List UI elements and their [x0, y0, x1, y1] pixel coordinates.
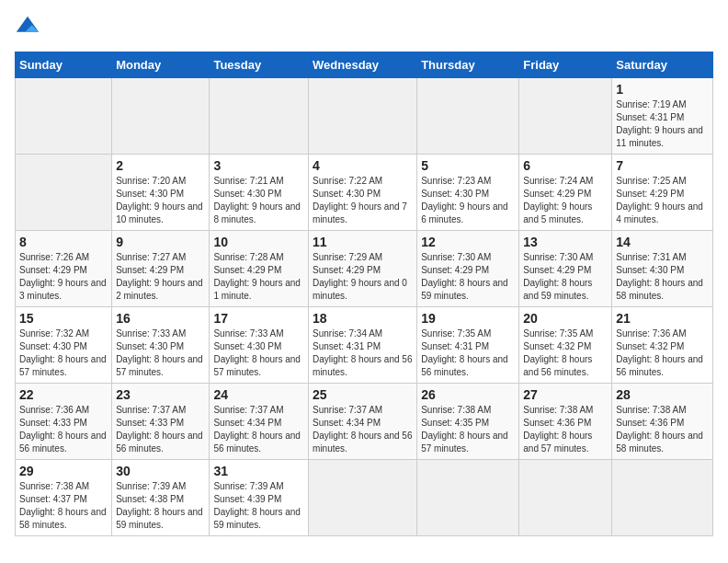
- logo-icon: [15, 15, 40, 40]
- day-number: 30: [116, 464, 205, 478]
- day-number: 22: [19, 387, 108, 402]
- day-info: Sunrise: 7:26 AMSunset: 4:29 PMDaylight:…: [19, 251, 108, 303]
- day-number: 25: [313, 387, 413, 402]
- day-number: 24: [213, 387, 304, 402]
- day-number: 5: [421, 158, 515, 173]
- calendar-week-row: 22Sunrise: 7:36 AMSunset: 4:33 PMDayligh…: [16, 384, 713, 460]
- day-info: Sunrise: 7:36 AMSunset: 4:33 PMDaylight:…: [19, 404, 108, 455]
- day-number: 3: [213, 158, 304, 173]
- page-header: [15, 15, 713, 40]
- day-info: Sunrise: 7:36 AMSunset: 4:32 PMDaylight:…: [616, 327, 709, 379]
- calendar-day-cell: 2Sunrise: 7:20 AMSunset: 4:30 PMDaylight…: [112, 155, 210, 231]
- day-info: Sunrise: 7:20 AMSunset: 4:30 PMDaylight:…: [116, 175, 205, 226]
- day-info: Sunrise: 7:35 AMSunset: 4:32 PMDaylight:…: [523, 327, 608, 379]
- calendar-day-cell: 17Sunrise: 7:33 AMSunset: 4:30 PMDayligh…: [210, 307, 309, 384]
- calendar-day-cell: [16, 155, 112, 231]
- calendar-day-cell: 5Sunrise: 7:23 AMSunset: 4:30 PMDaylight…: [417, 155, 519, 231]
- calendar-day-cell: 3Sunrise: 7:21 AMSunset: 4:30 PMDaylight…: [210, 155, 309, 231]
- calendar-day-cell: 16Sunrise: 7:33 AMSunset: 4:30 PMDayligh…: [112, 307, 210, 384]
- day-info: Sunrise: 7:23 AMSunset: 4:30 PMDaylight:…: [421, 175, 515, 226]
- calendar-week-row: 29Sunrise: 7:38 AMSunset: 4:37 PMDayligh…: [16, 460, 713, 536]
- day-info: Sunrise: 7:38 AMSunset: 4:35 PMDaylight:…: [421, 404, 515, 455]
- calendar-week-row: 8Sunrise: 7:26 AMSunset: 4:29 PMDaylight…: [16, 231, 713, 307]
- calendar-day-cell: 25Sunrise: 7:37 AMSunset: 4:34 PMDayligh…: [309, 384, 417, 460]
- day-info: Sunrise: 7:30 AMSunset: 4:29 PMDaylight:…: [523, 251, 608, 303]
- day-number: 20: [523, 311, 608, 326]
- logo: [15, 15, 44, 40]
- day-number: 11: [313, 235, 413, 249]
- calendar-day-cell: 6Sunrise: 7:24 AMSunset: 4:29 PMDaylight…: [519, 155, 612, 231]
- day-info: Sunrise: 7:21 AMSunset: 4:30 PMDaylight:…: [213, 175, 304, 226]
- day-info: Sunrise: 7:24 AMSunset: 4:29 PMDaylight:…: [523, 175, 608, 226]
- day-number: 15: [19, 311, 108, 326]
- day-number: 9: [116, 235, 205, 249]
- calendar-day-cell: 31Sunrise: 7:39 AMSunset: 4:39 PMDayligh…: [210, 460, 309, 536]
- day-number: 8: [19, 235, 108, 249]
- day-number: 6: [523, 158, 608, 173]
- column-header-monday: Monday: [112, 52, 210, 78]
- calendar-day-cell: [16, 78, 112, 155]
- day-number: 7: [616, 158, 709, 173]
- calendar-day-cell: 29Sunrise: 7:38 AMSunset: 4:37 PMDayligh…: [16, 460, 112, 536]
- calendar-day-cell: 11Sunrise: 7:29 AMSunset: 4:29 PMDayligh…: [309, 231, 417, 307]
- day-info: Sunrise: 7:28 AMSunset: 4:29 PMDaylight:…: [213, 251, 304, 303]
- day-number: 16: [116, 311, 205, 326]
- day-number: 17: [213, 311, 304, 326]
- calendar-day-cell: 8Sunrise: 7:26 AMSunset: 4:29 PMDaylight…: [16, 231, 112, 307]
- calendar-day-cell: 27Sunrise: 7:38 AMSunset: 4:36 PMDayligh…: [519, 384, 612, 460]
- day-info: Sunrise: 7:38 AMSunset: 4:36 PMDaylight:…: [616, 404, 709, 455]
- calendar-table: SundayMondayTuesdayWednesdayThursdayFrid…: [15, 52, 713, 536]
- day-number: 19: [421, 311, 515, 326]
- calendar-day-cell: 28Sunrise: 7:38 AMSunset: 4:36 PMDayligh…: [612, 384, 713, 460]
- calendar-day-cell: 23Sunrise: 7:37 AMSunset: 4:33 PMDayligh…: [112, 384, 210, 460]
- day-info: Sunrise: 7:29 AMSunset: 4:29 PMDaylight:…: [313, 251, 413, 303]
- calendar-day-cell: 14Sunrise: 7:31 AMSunset: 4:30 PMDayligh…: [612, 231, 713, 307]
- day-number: 21: [616, 311, 709, 326]
- day-number: 31: [213, 464, 304, 478]
- day-number: 10: [213, 235, 304, 249]
- day-info: Sunrise: 7:22 AMSunset: 4:30 PMDaylight:…: [313, 175, 413, 226]
- column-header-tuesday: Tuesday: [210, 52, 309, 78]
- day-info: Sunrise: 7:37 AMSunset: 4:34 PMDaylight:…: [313, 404, 413, 455]
- day-info: Sunrise: 7:39 AMSunset: 4:39 PMDaylight:…: [213, 480, 304, 532]
- calendar-day-cell: 18Sunrise: 7:34 AMSunset: 4:31 PMDayligh…: [309, 307, 417, 384]
- day-number: 1: [616, 82, 709, 97]
- calendar-week-row: 15Sunrise: 7:32 AMSunset: 4:30 PMDayligh…: [16, 307, 713, 384]
- calendar-week-row: 2Sunrise: 7:20 AMSunset: 4:30 PMDaylight…: [16, 155, 713, 231]
- calendar-day-cell: 12Sunrise: 7:30 AMSunset: 4:29 PMDayligh…: [417, 231, 519, 307]
- calendar-header-row: SundayMondayTuesdayWednesdayThursdayFrid…: [16, 52, 713, 78]
- day-info: Sunrise: 7:34 AMSunset: 4:31 PMDaylight:…: [313, 327, 413, 379]
- day-info: Sunrise: 7:30 AMSunset: 4:29 PMDaylight:…: [421, 251, 515, 303]
- day-number: 26: [421, 387, 515, 402]
- calendar-day-cell: [519, 460, 612, 536]
- day-info: Sunrise: 7:38 AMSunset: 4:37 PMDaylight:…: [19, 480, 108, 532]
- calendar-day-cell: 24Sunrise: 7:37 AMSunset: 4:34 PMDayligh…: [210, 384, 309, 460]
- day-info: Sunrise: 7:38 AMSunset: 4:36 PMDaylight:…: [523, 404, 608, 455]
- calendar-day-cell: 4Sunrise: 7:22 AMSunset: 4:30 PMDaylight…: [309, 155, 417, 231]
- day-info: Sunrise: 7:19 AMSunset: 4:31 PMDaylight:…: [616, 98, 709, 150]
- day-info: Sunrise: 7:39 AMSunset: 4:38 PMDaylight:…: [116, 480, 205, 532]
- day-number: 4: [313, 158, 413, 173]
- calendar-day-cell: 9Sunrise: 7:27 AMSunset: 4:29 PMDaylight…: [112, 231, 210, 307]
- calendar-day-cell: 19Sunrise: 7:35 AMSunset: 4:31 PMDayligh…: [417, 307, 519, 384]
- calendar-day-cell: 21Sunrise: 7:36 AMSunset: 4:32 PMDayligh…: [612, 307, 713, 384]
- calendar-day-cell: 1Sunrise: 7:19 AMSunset: 4:31 PMDaylight…: [612, 78, 713, 155]
- calendar-day-cell: [309, 460, 417, 536]
- calendar-day-cell: [309, 78, 417, 155]
- calendar-day-cell: [417, 78, 519, 155]
- calendar-week-row: 1Sunrise: 7:19 AMSunset: 4:31 PMDaylight…: [16, 78, 713, 155]
- calendar-day-cell: 10Sunrise: 7:28 AMSunset: 4:29 PMDayligh…: [210, 231, 309, 307]
- day-info: Sunrise: 7:37 AMSunset: 4:33 PMDaylight:…: [116, 404, 205, 455]
- day-number: 2: [116, 158, 205, 173]
- column-header-friday: Friday: [519, 52, 612, 78]
- calendar-day-cell: [112, 78, 210, 155]
- column-header-saturday: Saturday: [612, 52, 713, 78]
- calendar-day-cell: [519, 78, 612, 155]
- day-number: 12: [421, 235, 515, 249]
- day-info: Sunrise: 7:31 AMSunset: 4:30 PMDaylight:…: [616, 251, 709, 303]
- calendar-day-cell: 7Sunrise: 7:25 AMSunset: 4:29 PMDaylight…: [612, 155, 713, 231]
- day-number: 18: [313, 311, 413, 326]
- day-number: 29: [19, 464, 108, 478]
- column-header-sunday: Sunday: [16, 52, 112, 78]
- calendar-day-cell: 13Sunrise: 7:30 AMSunset: 4:29 PMDayligh…: [519, 231, 612, 307]
